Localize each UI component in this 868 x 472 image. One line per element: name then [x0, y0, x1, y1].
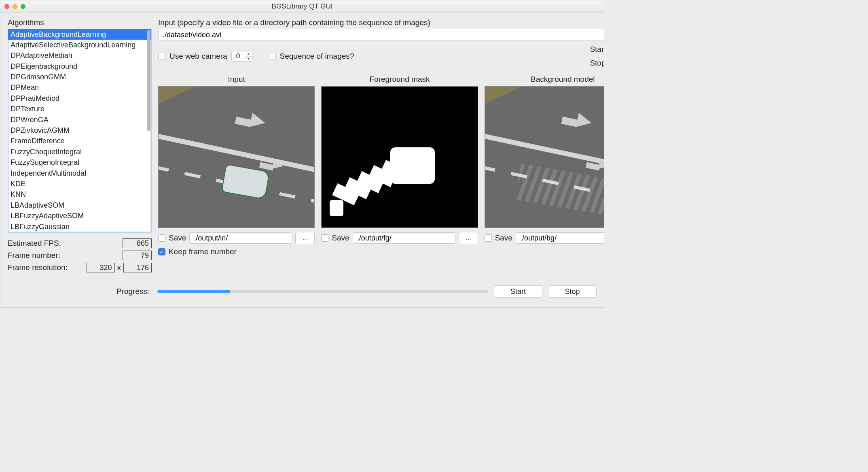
stop-button[interactable]: Stop [548, 285, 597, 298]
sequence-label: Sequence of images? [280, 52, 354, 61]
titlebar: BGSLibrary QT GUI [0, 0, 604, 13]
start-at-label: Start at: [590, 45, 604, 54]
use-webcam-checkbox[interactable] [158, 53, 165, 60]
algorithm-item[interactable]: KDE [8, 179, 151, 189]
algorithm-item[interactable]: IndependentMultimodal [8, 168, 151, 179]
algorithm-item[interactable]: KNN [8, 189, 151, 200]
algorithm-item[interactable]: AdaptiveSelectiveBackgroundLearning [8, 40, 151, 50]
preview-fg-label: Foreground mask [370, 75, 430, 84]
save-bg-label: Save [495, 234, 512, 242]
preview-bg-image [485, 86, 604, 228]
algorithm-item[interactable]: DPMean [8, 83, 151, 93]
sequence-checkbox[interactable] [269, 53, 276, 60]
save-bg-checkbox[interactable] [485, 234, 492, 242]
save-fg-label: Save [332, 234, 349, 242]
algorithm-item[interactable]: DPGrimsonGMM [8, 72, 151, 83]
listbox-scrollbar[interactable] [147, 30, 150, 131]
algorithm-item[interactable]: DPEigenbackground [8, 61, 151, 72]
frame-number-label: Frame number: [8, 251, 123, 260]
algorithm-item[interactable]: LBAdaptiveSOM [8, 200, 151, 210]
algorithm-item[interactable]: LBFuzzyAdaptiveSOM [8, 211, 151, 221]
algorithm-item[interactable]: FuzzyChoquetIntegral [8, 147, 151, 157]
input-path-field[interactable] [158, 29, 604, 41]
save-input-label: Save [169, 234, 186, 242]
preview-bg-label: Background model [531, 75, 595, 84]
algorithm-item[interactable]: DPAdaptiveMedian [8, 51, 151, 61]
webcam-index-spinner[interactable]: ▲▼ [231, 51, 252, 62]
use-webcam-label: Use web camera [169, 52, 227, 61]
browse-save-fg-button[interactable]: ... [459, 232, 478, 244]
algorithm-item[interactable]: DPTexture [8, 104, 151, 115]
algorithm-item[interactable]: DPPratiMediod [8, 93, 151, 104]
chevron-down-icon[interactable]: ▼ [245, 57, 252, 62]
algorithm-item[interactable]: DPWrenGA [8, 115, 151, 125]
algorithms-label: Algorithms [8, 18, 152, 27]
progress-bar [157, 290, 488, 293]
keep-frame-number-label: Keep frame number [169, 247, 237, 256]
browse-save-input-button[interactable]: ... [295, 232, 315, 244]
algorithm-item[interactable]: FuzzySugenoIntegral [8, 157, 151, 168]
save-bg-path[interactable] [516, 232, 604, 244]
algorithm-item[interactable]: DPZivkovicAGMM [8, 125, 151, 136]
chevron-up-icon[interactable]: ▲ [245, 51, 252, 57]
fps-value: 865 [123, 238, 152, 248]
preview-input-image [158, 86, 315, 228]
progress-label: Progress: [8, 287, 152, 296]
start-button[interactable]: Start [494, 285, 542, 298]
input-section-label: Input (specify a video file or a directo… [158, 18, 604, 27]
algorithm-item[interactable]: LBMixtureOfGaussians [8, 232, 151, 233]
preview-fg-image [321, 86, 478, 228]
app-window: BGSLibrary QT GUI Algorithms AdaptiveBac… [0, 0, 604, 308]
save-input-path[interactable] [189, 232, 292, 244]
save-input-checkbox[interactable] [158, 234, 165, 242]
stop-at-label: Stop at: [590, 59, 604, 68]
save-fg-path[interactable] [353, 232, 455, 244]
algorithm-item[interactable]: FrameDifference [8, 136, 151, 147]
algorithm-item[interactable]: LBFuzzyGaussian [8, 221, 151, 232]
save-fg-checkbox[interactable] [321, 234, 328, 242]
resolution-separator: x [117, 263, 121, 272]
fps-label: Estimated FPS: [8, 239, 123, 248]
algorithm-item[interactable]: AdaptiveBackgroundLearning [8, 29, 151, 40]
preview-input-label: Input [228, 75, 245, 84]
keep-frame-number-checkbox[interactable] [158, 248, 165, 255]
frame-resolution-width: 320 [87, 263, 115, 272]
window-title: BGSLibrary QT GUI [0, 2, 604, 11]
webcam-index-input[interactable] [231, 51, 245, 62]
frame-resolution-height: 176 [123, 263, 152, 272]
algorithms-listbox[interactable]: AdaptiveBackgroundLearningAdaptiveSelect… [8, 29, 152, 233]
progress-fill [157, 290, 230, 293]
frame-number-value: 79 [123, 251, 152, 260]
frame-resolution-label: Frame resolution: [8, 263, 87, 272]
